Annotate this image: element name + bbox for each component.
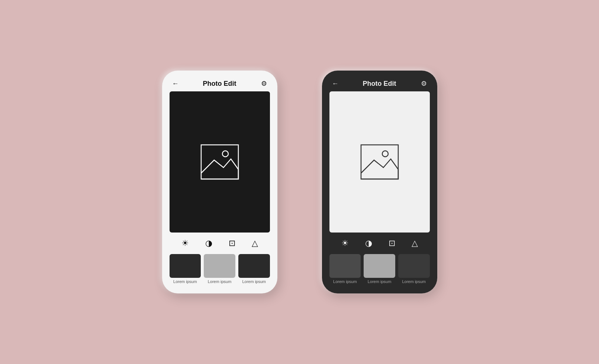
contrast-tool-dark[interactable]: ◑ [365, 238, 372, 248]
settings-button-light[interactable]: ⚙ [260, 79, 268, 88]
back-button-dark[interactable]: ← [331, 80, 340, 88]
contrast-tool-light[interactable]: ◑ [205, 238, 212, 248]
filter-swatch-1-light [170, 254, 201, 278]
back-button-light[interactable]: ← [171, 80, 180, 88]
filter-item-2-dark[interactable]: Lorem ipsum [364, 254, 395, 284]
filter-item-3-dark[interactable]: Lorem ipsum [398, 254, 430, 284]
filter-item-1-light[interactable]: Lorem ipsum [170, 254, 201, 284]
image-placeholder-icon-dark [354, 140, 406, 184]
filter-label-1-dark: Lorem ipsum [333, 279, 357, 284]
filter-swatch-2-light [204, 254, 235, 278]
image-canvas-dark [329, 91, 430, 233]
filter-label-1-light: Lorem ipsum [173, 279, 197, 284]
brightness-tool-light[interactable]: ☀ [181, 238, 189, 248]
filter-item-3-light[interactable]: Lorem ipsum [238, 254, 270, 284]
filter-label-3-dark: Lorem ipsum [402, 279, 426, 284]
brightness-tool-dark[interactable]: ☀ [341, 238, 349, 248]
crop-tool-dark[interactable]: ⊡ [389, 238, 395, 248]
settings-button-dark[interactable]: ⚙ [419, 79, 428, 88]
filter-swatch-1-dark [329, 254, 361, 278]
toolbar-light: ☀ ◑ ⊡ △ [170, 237, 270, 250]
filter-label-2-light: Lorem ipsum [208, 279, 232, 284]
filter-swatch-2-dark [364, 254, 395, 278]
svg-point-1 [222, 151, 228, 157]
image-placeholder-icon-light [194, 140, 246, 184]
filter-item-2-light[interactable]: Lorem ipsum [204, 254, 235, 284]
filter-label-2-dark: Lorem ipsum [368, 279, 392, 284]
header-light: ← Photo Edit ⚙ [170, 79, 270, 88]
phone-dark: ← Photo Edit ⚙ ☀ ◑ ⊡ △ Lorem ipsum Lorem… [322, 71, 437, 293]
app-title-dark: Photo Edit [340, 80, 419, 88]
toolbar-dark: ☀ ◑ ⊡ △ [329, 237, 430, 250]
filter-swatch-3-dark [398, 254, 430, 278]
image-canvas-light [170, 91, 270, 233]
crop-tool-light[interactable]: ⊡ [229, 238, 235, 248]
header-dark: ← Photo Edit ⚙ [329, 79, 430, 88]
filter-swatch-3-light [238, 254, 270, 278]
filter-item-1-dark[interactable]: Lorem ipsum [329, 254, 361, 284]
filter-strip-light: Lorem ipsum Lorem ipsum Lorem ipsum [170, 254, 270, 284]
phone-light: ← Photo Edit ⚙ ☀ ◑ ⊡ △ Lorem ipsum Lorem… [162, 71, 277, 293]
adjust-tool-light[interactable]: △ [252, 238, 258, 248]
app-title-light: Photo Edit [180, 80, 260, 88]
filter-label-3-light: Lorem ipsum [242, 279, 266, 284]
adjust-tool-dark[interactable]: △ [412, 238, 418, 248]
svg-point-3 [382, 151, 388, 157]
filter-strip-dark: Lorem ipsum Lorem ipsum Lorem ipsum [329, 254, 430, 284]
